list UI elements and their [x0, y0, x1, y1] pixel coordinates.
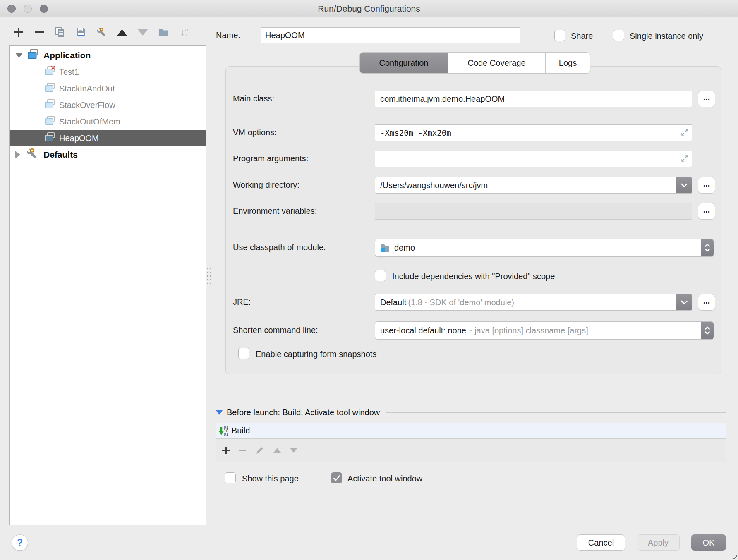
window-title: Run/Debug Configurations	[0, 0, 738, 17]
tab-configuration[interactable]: Configuration	[360, 53, 448, 73]
program-arguments-input[interactable]	[375, 151, 692, 167]
tab-bar: Configuration Code Coverage Logs	[360, 53, 590, 73]
save-icon	[76, 27, 86, 38]
tree-item-test1[interactable]: ✕ Test1	[10, 64, 206, 80]
edit-defaults-button[interactable]	[96, 25, 106, 39]
copy-icon	[55, 26, 65, 38]
provided-scope-label[interactable]: Include dependencies with "Provided" sco…	[392, 272, 555, 281]
save-configuration-button[interactable]	[76, 25, 86, 39]
splitter-grip[interactable]	[206, 267, 212, 285]
run-debug-configurations-dialog: { "window": { "title": "Run/Debug Config…	[0, 0, 738, 560]
tree-group-defaults[interactable]: Defaults	[10, 146, 206, 163]
remove-task-button[interactable]	[239, 450, 246, 451]
cancel-button[interactable]: Cancel	[577, 534, 625, 551]
invalid-config-icon: ✕	[50, 65, 56, 72]
copy-configuration-button[interactable]	[55, 25, 65, 39]
add-configuration-button[interactable]	[14, 25, 24, 39]
expand-field-icon[interactable]	[680, 154, 689, 165]
ok-button[interactable]: OK	[691, 534, 726, 551]
tree-item-label: StackOutOfMem	[59, 117, 120, 127]
tree-item-label: Application	[43, 50, 91, 60]
tab-code-coverage[interactable]: Code Coverage	[448, 53, 546, 73]
plus-icon	[14, 28, 23, 37]
vm-options-input[interactable]	[375, 124, 692, 141]
form-snapshots-checkbox[interactable]	[238, 348, 249, 359]
stepper-icon[interactable]	[701, 239, 714, 256]
environment-variables-browse-button[interactable]: ...	[698, 203, 715, 220]
folder-icon	[158, 27, 168, 37]
single-instance-checkbox[interactable]	[613, 30, 624, 41]
environment-variables-input[interactable]	[375, 203, 692, 220]
activate-tool-window-checkbox[interactable]	[331, 472, 342, 483]
jre-browse-button[interactable]: ...	[698, 294, 715, 311]
sort-configurations-button[interactable]: ↓ az	[179, 25, 189, 39]
share-checkbox[interactable]	[554, 30, 565, 41]
show-this-page-label[interactable]: Show this page	[242, 474, 299, 483]
section-divider	[386, 412, 726, 413]
before-launch-task-build[interactable]: 011001 Build	[216, 423, 726, 439]
shorten-command-line-select[interactable]: user-local default: none - java [options…	[375, 321, 714, 340]
edit-task-button[interactable]	[255, 446, 264, 455]
configurations-toolbar: ↓ az	[14, 23, 189, 41]
expand-icon[interactable]	[15, 151, 20, 158]
classpath-module-value: demo	[394, 243, 415, 253]
classpath-module-select[interactable]: demo	[375, 239, 714, 257]
help-button[interactable]: ?	[12, 534, 28, 551]
tree-group-application[interactable]: Application	[10, 47, 206, 64]
tree-item-stackoutofmem[interactable]: StackOutOfMem	[10, 113, 206, 130]
single-instance-label[interactable]: Single instance only	[630, 31, 703, 41]
close-button[interactable]	[7, 5, 16, 13]
before-launch-header[interactable]: Before launch: Build, Activate tool wind…	[216, 408, 726, 417]
environment-variables-label: Environment variables:	[233, 206, 317, 216]
tree-item-stackoverflow[interactable]: StackOverFlow	[10, 97, 206, 113]
share-label[interactable]: Share	[571, 31, 593, 41]
stepper-icon[interactable]	[701, 322, 714, 339]
remove-configuration-button[interactable]	[34, 25, 44, 39]
sort-az-icon: ↓ az	[180, 27, 188, 37]
main-class-browse-button[interactable]: ...	[698, 91, 715, 107]
resize-handle[interactable]	[731, 553, 737, 559]
move-task-up-button[interactable]	[273, 448, 281, 453]
program-arguments-label: Program arguments:	[233, 154, 308, 163]
tree-item-stackinandout[interactable]: StackInAndOut	[10, 80, 206, 97]
tree-item-label: StackOverFlow	[59, 101, 115, 110]
name-input[interactable]	[261, 27, 520, 43]
show-this-page-checkbox[interactable]	[225, 472, 236, 483]
tree-item-label: HeapOOM	[59, 134, 99, 143]
chevron-down-icon	[681, 183, 688, 188]
before-launch-toolbar	[216, 439, 726, 462]
jre-value[interactable]: Default (1.8 - SDK of 'demo' module)	[375, 294, 676, 310]
run-config-icon	[45, 99, 56, 111]
move-task-down-button[interactable]	[290, 448, 297, 453]
form-snapshots-label[interactable]: Enable capturing form snapshots	[256, 349, 376, 359]
dropdown-button[interactable]	[676, 177, 692, 193]
tab-logs[interactable]: Logs	[546, 53, 590, 73]
dropdown-button[interactable]	[676, 294, 692, 310]
activate-tool-window-label[interactable]: Activate tool window	[347, 474, 422, 483]
task-label: Build	[232, 426, 250, 436]
provided-scope-checkbox[interactable]	[375, 270, 386, 281]
add-task-button[interactable]	[222, 447, 230, 454]
defaults-wrench-icon	[26, 148, 38, 161]
tree-item-label: Test1	[59, 67, 79, 77]
minimize-button[interactable]	[24, 5, 32, 13]
collapse-section-icon[interactable]	[216, 410, 223, 415]
zoom-button[interactable]	[40, 5, 48, 13]
shorten-hint: - java [options] classname [args]	[470, 326, 588, 335]
working-directory-browse-button[interactable]: ...	[698, 177, 715, 194]
classpath-module-label: Use classpath of module:	[233, 243, 326, 252]
collapse-icon[interactable]	[15, 53, 23, 58]
expand-field-icon[interactable]	[680, 128, 689, 139]
apply-button[interactable]: Apply	[637, 534, 680, 551]
move-down-button[interactable]	[138, 25, 148, 39]
tree-item-heapoom-selected[interactable]: HeapOOM	[10, 130, 206, 146]
create-folder-button[interactable]	[158, 25, 168, 39]
jre-combo: Default (1.8 - SDK of 'demo' module)	[375, 294, 692, 311]
main-class-input[interactable]	[375, 91, 692, 107]
vm-options-field	[375, 124, 692, 141]
run-config-icon	[45, 116, 56, 127]
minus-icon	[35, 28, 44, 37]
down-triangle-icon	[138, 29, 148, 36]
move-up-button[interactable]	[117, 25, 127, 39]
working-directory-value[interactable]: /Users/wangshouwen/src/jvm	[375, 177, 676, 193]
